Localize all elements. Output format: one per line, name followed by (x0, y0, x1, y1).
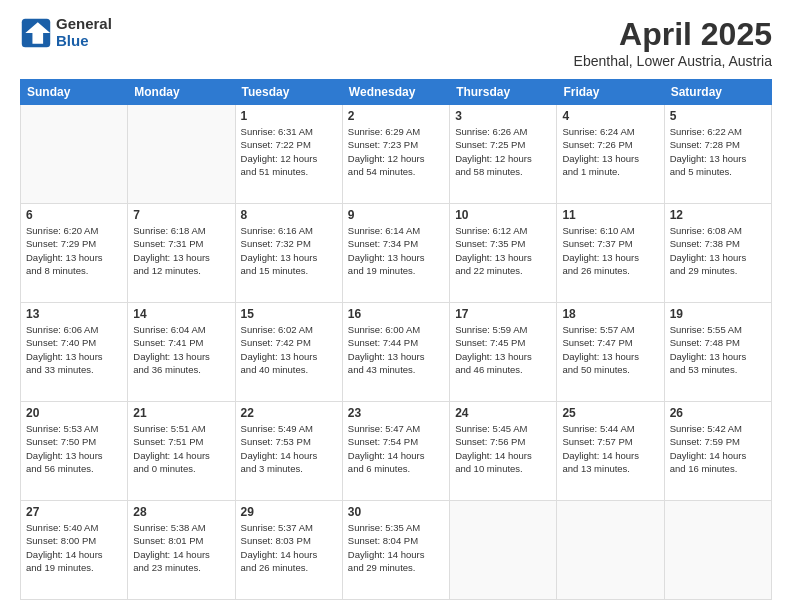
day-number: 15 (241, 307, 337, 321)
table-row: 3Sunrise: 6:26 AM Sunset: 7:25 PM Daylig… (450, 105, 557, 204)
day-info: Sunrise: 6:10 AM Sunset: 7:37 PM Dayligh… (562, 224, 658, 277)
logo-icon (20, 17, 52, 49)
day-info: Sunrise: 6:14 AM Sunset: 7:34 PM Dayligh… (348, 224, 444, 277)
day-info: Sunrise: 6:29 AM Sunset: 7:23 PM Dayligh… (348, 125, 444, 178)
day-number: 29 (241, 505, 337, 519)
table-row (21, 105, 128, 204)
table-row: 11Sunrise: 6:10 AM Sunset: 7:37 PM Dayli… (557, 204, 664, 303)
day-info: Sunrise: 6:20 AM Sunset: 7:29 PM Dayligh… (26, 224, 122, 277)
col-friday: Friday (557, 80, 664, 105)
day-info: Sunrise: 5:42 AM Sunset: 7:59 PM Dayligh… (670, 422, 766, 475)
table-row: 20Sunrise: 5:53 AM Sunset: 7:50 PM Dayli… (21, 402, 128, 501)
table-row: 23Sunrise: 5:47 AM Sunset: 7:54 PM Dayli… (342, 402, 449, 501)
day-number: 5 (670, 109, 766, 123)
header: General Blue April 2025 Ebenthal, Lower … (20, 16, 772, 69)
col-monday: Monday (128, 80, 235, 105)
table-row: 19Sunrise: 5:55 AM Sunset: 7:48 PM Dayli… (664, 303, 771, 402)
logo-text: General Blue (56, 16, 112, 49)
table-row: 6Sunrise: 6:20 AM Sunset: 7:29 PM Daylig… (21, 204, 128, 303)
day-number: 3 (455, 109, 551, 123)
table-row: 17Sunrise: 5:59 AM Sunset: 7:45 PM Dayli… (450, 303, 557, 402)
table-row: 26Sunrise: 5:42 AM Sunset: 7:59 PM Dayli… (664, 402, 771, 501)
day-number: 23 (348, 406, 444, 420)
table-row: 10Sunrise: 6:12 AM Sunset: 7:35 PM Dayli… (450, 204, 557, 303)
day-info: Sunrise: 5:55 AM Sunset: 7:48 PM Dayligh… (670, 323, 766, 376)
table-row: 29Sunrise: 5:37 AM Sunset: 8:03 PM Dayli… (235, 501, 342, 600)
table-row: 27Sunrise: 5:40 AM Sunset: 8:00 PM Dayli… (21, 501, 128, 600)
day-number: 1 (241, 109, 337, 123)
calendar-week-row: 13Sunrise: 6:06 AM Sunset: 7:40 PM Dayli… (21, 303, 772, 402)
day-info: Sunrise: 5:53 AM Sunset: 7:50 PM Dayligh… (26, 422, 122, 475)
table-row: 16Sunrise: 6:00 AM Sunset: 7:44 PM Dayli… (342, 303, 449, 402)
day-info: Sunrise: 5:37 AM Sunset: 8:03 PM Dayligh… (241, 521, 337, 574)
day-number: 22 (241, 406, 337, 420)
col-thursday: Thursday (450, 80, 557, 105)
day-info: Sunrise: 6:16 AM Sunset: 7:32 PM Dayligh… (241, 224, 337, 277)
day-info: Sunrise: 6:00 AM Sunset: 7:44 PM Dayligh… (348, 323, 444, 376)
calendar-week-row: 27Sunrise: 5:40 AM Sunset: 8:00 PM Dayli… (21, 501, 772, 600)
day-info: Sunrise: 6:04 AM Sunset: 7:41 PM Dayligh… (133, 323, 229, 376)
title-location: Ebenthal, Lower Austria, Austria (574, 53, 772, 69)
day-number: 9 (348, 208, 444, 222)
day-number: 25 (562, 406, 658, 420)
table-row (450, 501, 557, 600)
table-row: 18Sunrise: 5:57 AM Sunset: 7:47 PM Dayli… (557, 303, 664, 402)
day-number: 18 (562, 307, 658, 321)
calendar-table: Sunday Monday Tuesday Wednesday Thursday… (20, 79, 772, 600)
table-row: 24Sunrise: 5:45 AM Sunset: 7:56 PM Dayli… (450, 402, 557, 501)
day-number: 26 (670, 406, 766, 420)
col-tuesday: Tuesday (235, 80, 342, 105)
day-info: Sunrise: 5:35 AM Sunset: 8:04 PM Dayligh… (348, 521, 444, 574)
table-row: 7Sunrise: 6:18 AM Sunset: 7:31 PM Daylig… (128, 204, 235, 303)
table-row (557, 501, 664, 600)
day-number: 6 (26, 208, 122, 222)
day-info: Sunrise: 6:24 AM Sunset: 7:26 PM Dayligh… (562, 125, 658, 178)
day-info: Sunrise: 5:59 AM Sunset: 7:45 PM Dayligh… (455, 323, 551, 376)
col-wednesday: Wednesday (342, 80, 449, 105)
calendar-header-row: Sunday Monday Tuesday Wednesday Thursday… (21, 80, 772, 105)
calendar-week-row: 1Sunrise: 6:31 AM Sunset: 7:22 PM Daylig… (21, 105, 772, 204)
logo: General Blue (20, 16, 112, 49)
day-info: Sunrise: 5:40 AM Sunset: 8:00 PM Dayligh… (26, 521, 122, 574)
day-number: 4 (562, 109, 658, 123)
table-row: 30Sunrise: 5:35 AM Sunset: 8:04 PM Dayli… (342, 501, 449, 600)
day-number: 19 (670, 307, 766, 321)
day-info: Sunrise: 5:49 AM Sunset: 7:53 PM Dayligh… (241, 422, 337, 475)
day-number: 27 (26, 505, 122, 519)
day-info: Sunrise: 5:57 AM Sunset: 7:47 PM Dayligh… (562, 323, 658, 376)
table-row: 9Sunrise: 6:14 AM Sunset: 7:34 PM Daylig… (342, 204, 449, 303)
table-row: 8Sunrise: 6:16 AM Sunset: 7:32 PM Daylig… (235, 204, 342, 303)
day-number: 17 (455, 307, 551, 321)
table-row: 25Sunrise: 5:44 AM Sunset: 7:57 PM Dayli… (557, 402, 664, 501)
table-row: 22Sunrise: 5:49 AM Sunset: 7:53 PM Dayli… (235, 402, 342, 501)
day-number: 7 (133, 208, 229, 222)
day-number: 12 (670, 208, 766, 222)
table-row: 4Sunrise: 6:24 AM Sunset: 7:26 PM Daylig… (557, 105, 664, 204)
page: General Blue April 2025 Ebenthal, Lower … (0, 0, 792, 612)
day-number: 14 (133, 307, 229, 321)
calendar-week-row: 20Sunrise: 5:53 AM Sunset: 7:50 PM Dayli… (21, 402, 772, 501)
calendar-week-row: 6Sunrise: 6:20 AM Sunset: 7:29 PM Daylig… (21, 204, 772, 303)
table-row (128, 105, 235, 204)
table-row: 28Sunrise: 5:38 AM Sunset: 8:01 PM Dayli… (128, 501, 235, 600)
day-number: 8 (241, 208, 337, 222)
day-number: 13 (26, 307, 122, 321)
day-info: Sunrise: 5:51 AM Sunset: 7:51 PM Dayligh… (133, 422, 229, 475)
day-number: 30 (348, 505, 444, 519)
day-info: Sunrise: 5:38 AM Sunset: 8:01 PM Dayligh… (133, 521, 229, 574)
day-number: 11 (562, 208, 658, 222)
day-number: 21 (133, 406, 229, 420)
day-info: Sunrise: 6:02 AM Sunset: 7:42 PM Dayligh… (241, 323, 337, 376)
table-row: 5Sunrise: 6:22 AM Sunset: 7:28 PM Daylig… (664, 105, 771, 204)
day-info: Sunrise: 6:31 AM Sunset: 7:22 PM Dayligh… (241, 125, 337, 178)
day-info: Sunrise: 5:47 AM Sunset: 7:54 PM Dayligh… (348, 422, 444, 475)
col-saturday: Saturday (664, 80, 771, 105)
day-number: 10 (455, 208, 551, 222)
title-block: April 2025 Ebenthal, Lower Austria, Aust… (574, 16, 772, 69)
day-info: Sunrise: 5:45 AM Sunset: 7:56 PM Dayligh… (455, 422, 551, 475)
day-info: Sunrise: 6:18 AM Sunset: 7:31 PM Dayligh… (133, 224, 229, 277)
day-info: Sunrise: 6:26 AM Sunset: 7:25 PM Dayligh… (455, 125, 551, 178)
day-info: Sunrise: 6:06 AM Sunset: 7:40 PM Dayligh… (26, 323, 122, 376)
day-info: Sunrise: 5:44 AM Sunset: 7:57 PM Dayligh… (562, 422, 658, 475)
day-info: Sunrise: 6:22 AM Sunset: 7:28 PM Dayligh… (670, 125, 766, 178)
